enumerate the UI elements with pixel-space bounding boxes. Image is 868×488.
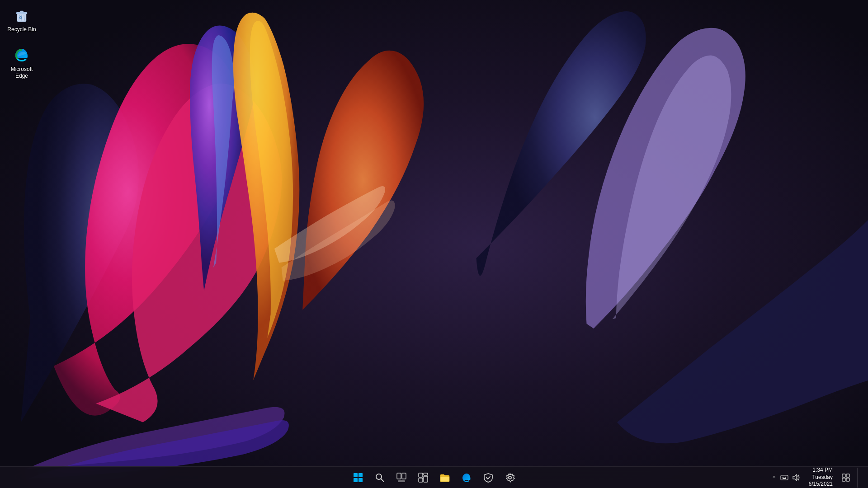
svg-rect-27 bbox=[783, 478, 786, 479]
svg-line-13 bbox=[381, 479, 384, 482]
search-button[interactable] bbox=[370, 468, 390, 488]
svg-rect-23 bbox=[781, 475, 788, 480]
svg-rect-16 bbox=[398, 480, 405, 482]
taskbar: ^ bbox=[0, 466, 868, 488]
svg-rect-26 bbox=[785, 477, 786, 478]
recycle-bin-icon[interactable]: ♻ Recycle Bin bbox=[4, 5, 40, 35]
taskbar-center bbox=[348, 468, 520, 488]
clock-time: 1:34 PM bbox=[812, 467, 833, 474]
start-button[interactable] bbox=[348, 468, 368, 488]
clock[interactable]: 1:34 PM Tuesday 6/15/2021 bbox=[805, 465, 836, 488]
widgets-button[interactable] bbox=[413, 468, 433, 488]
settings-button[interactable] bbox=[500, 468, 520, 488]
svg-rect-31 bbox=[842, 478, 845, 481]
edge-taskbar-button[interactable] bbox=[457, 468, 476, 488]
file-explorer-button[interactable] bbox=[435, 468, 455, 488]
clock-day: Tuesday bbox=[812, 474, 833, 481]
taskbar-right: ^ bbox=[771, 465, 863, 488]
svg-rect-30 bbox=[846, 474, 849, 477]
svg-rect-9 bbox=[359, 473, 363, 477]
svg-rect-10 bbox=[354, 478, 358, 482]
show-desktop-button[interactable] bbox=[857, 468, 863, 488]
svg-rect-21 bbox=[440, 477, 449, 482]
svg-rect-32 bbox=[846, 478, 849, 481]
microsoft-edge-icon[interactable]: Microsoft Edge bbox=[4, 44, 40, 82]
svg-text:♻: ♻ bbox=[19, 16, 22, 20]
svg-rect-14 bbox=[397, 473, 401, 479]
chevron-icon: ^ bbox=[773, 475, 775, 480]
desktop: ♻ Recycle Bin bbox=[0, 0, 868, 488]
svg-rect-15 bbox=[402, 473, 406, 479]
keyboard-tray-icon[interactable] bbox=[780, 473, 789, 482]
svg-rect-19 bbox=[419, 478, 423, 482]
show-hidden-icons-button[interactable]: ^ bbox=[771, 474, 777, 481]
svg-rect-25 bbox=[783, 477, 784, 478]
svg-rect-11 bbox=[359, 478, 363, 482]
volume-tray-icon[interactable] bbox=[792, 473, 801, 482]
notification-icon[interactable] bbox=[839, 468, 853, 488]
svg-rect-29 bbox=[842, 474, 845, 477]
edge-image bbox=[13, 46, 31, 64]
task-view-button[interactable] bbox=[392, 468, 411, 488]
svg-rect-3 bbox=[20, 11, 24, 13]
svg-rect-20 bbox=[424, 476, 428, 482]
svg-rect-8 bbox=[354, 473, 358, 477]
security-button[interactable] bbox=[478, 468, 498, 488]
recycle-bin-image: ♻ bbox=[13, 6, 31, 24]
clock-date: 6/15/2021 bbox=[809, 481, 833, 488]
recycle-bin-label: Recycle Bin bbox=[7, 26, 36, 33]
svg-rect-18 bbox=[424, 473, 428, 475]
svg-rect-24 bbox=[782, 477, 783, 478]
svg-point-22 bbox=[509, 476, 511, 479]
svg-marker-28 bbox=[793, 474, 797, 481]
desktop-icons: ♻ Recycle Bin bbox=[0, 0, 40, 82]
svg-rect-17 bbox=[419, 473, 423, 477]
edge-label: Microsoft Edge bbox=[5, 66, 38, 80]
